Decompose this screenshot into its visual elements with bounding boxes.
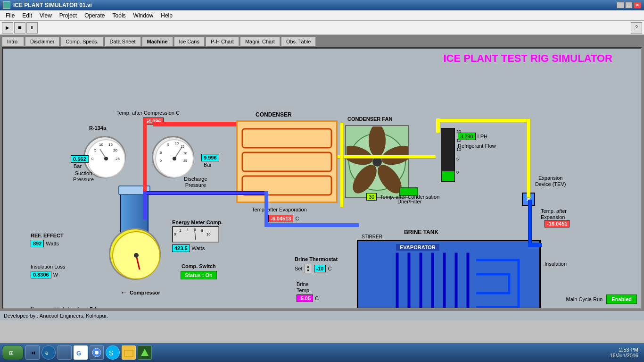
expansion-device-label: ExpansionDevice (TEV) <box>535 175 566 187</box>
tab-ph-chart[interactable]: P-H Chart <box>206 37 239 46</box>
sim-title: ICE PLANT TEST RIG SIMULATOR <box>443 52 612 65</box>
tab-disclaimer[interactable]: Disclaimer <box>25 37 59 46</box>
suction-label-text: SuctionPressure <box>73 170 94 182</box>
clock-date: 16/Jun/2016 <box>610 353 638 358</box>
ref-effect-val: 892 <box>31 240 44 247</box>
start-button[interactable]: ⊞ <box>2 345 24 360</box>
svg-text:2: 2 <box>179 228 181 233</box>
taskbar-app[interactable] <box>138 345 152 360</box>
svg-text:e: e <box>45 350 49 356</box>
comp-switch-status[interactable]: Status : On <box>181 271 217 279</box>
menu-window[interactable]: Window <box>130 11 157 20</box>
yellow-pipe-bottom <box>436 118 440 133</box>
discharge-pressure-value: 9.996 <box>201 155 219 160</box>
taskbar-chrome[interactable] <box>90 345 104 360</box>
svg-text:G: G <box>76 350 81 357</box>
menu-operate[interactable]: Operate <box>81 11 108 20</box>
brine-temp-val: -5.05 <box>297 295 313 302</box>
taskbar-teamviewer[interactable] <box>58 345 72 360</box>
tab-magni-chart[interactable]: Magni. Chart <box>240 37 280 46</box>
menu-file[interactable]: File <box>2 11 18 20</box>
condenser-out-pipe <box>337 155 436 159</box>
svg-text:0: 0 <box>174 232 176 236</box>
svg-point-8 <box>104 157 108 160</box>
svg-marker-55 <box>141 349 149 356</box>
menubar: File Edit View Project Operate Tools Win… <box>0 10 644 21</box>
brine-temp-unit: C <box>315 295 319 301</box>
tab-machine[interactable]: Machine <box>142 37 173 46</box>
comp-switch-label: Comp. Switch <box>181 263 217 269</box>
taskbar-ie[interactable]: e <box>41 345 56 360</box>
insulation-loss-section: Insulation Loss 0.8306 W <box>31 264 65 278</box>
energy-meter-label: Energy Meter Comp. <box>172 219 223 225</box>
window-controls[interactable]: _ □ ✕ <box>617 2 641 8</box>
tab-data-sheet[interactable]: Data Sheet <box>105 37 141 46</box>
tab-ice-cans[interactable]: Ice Cans <box>174 37 205 46</box>
temp-evap-value: -6.04513 C <box>268 215 299 222</box>
taskbar-skype[interactable]: S <box>106 345 120 360</box>
svg-text:20: 20 <box>113 148 117 152</box>
suction-pressure-val: 0.562 <box>71 155 89 163</box>
developed-by: Developed by : Anucool Engineers, Kolhap… <box>4 313 108 319</box>
main-cycle-status[interactable]: Enabled <box>606 295 637 304</box>
taskbar-google[interactable]: G <box>74 345 88 360</box>
svg-point-21 <box>134 253 139 258</box>
brine-thermostat-spinner[interactable]: ▲▼ <box>305 264 312 273</box>
toolbar-stop[interactable]: ⏹ <box>14 22 25 34</box>
brine-tank-box: EVAPORATOR <box>357 240 541 309</box>
svg-text:15: 15 <box>108 143 113 147</box>
blue-pipe-bottom <box>528 200 532 245</box>
brine-thermostat-section: Brine Thermostat Set ▲▼ -10 C <box>295 256 338 273</box>
minimize-button[interactable]: _ <box>617 2 624 8</box>
svg-rect-41 <box>420 253 422 309</box>
toolbar-pause[interactable]: ⏸ <box>26 22 38 34</box>
svg-line-28 <box>195 231 196 240</box>
temp-expansion-value: -16.0451 <box>545 221 570 227</box>
taskbar-media-back[interactable]: ⏮ <box>25 345 40 360</box>
bottom-bar: Developed by : Anucool Engineers, Kolhap… <box>0 311 644 320</box>
yellow-pipe-top <box>436 118 530 122</box>
svg-point-18 <box>173 157 176 160</box>
suction-pressure-label: SuctionPressure <box>73 170 94 183</box>
temp-condensation-val: 30 <box>366 193 377 201</box>
suction-pipe-h <box>264 223 359 227</box>
menu-view[interactable]: View <box>36 11 56 20</box>
svg-text:S: S <box>109 349 113 357</box>
toolbar-help[interactable]: ? <box>631 22 642 34</box>
taskbar: ⊞ ⏮ e G S 2:53 PM 16/Jun/2016 <box>0 343 644 362</box>
suction-pipe-v <box>264 191 268 227</box>
condenser-box <box>236 120 338 203</box>
brine-temp-section: BrineTemp. -5.05 C <box>297 281 319 302</box>
tab-comp-specs[interactable]: Comp. Specs. <box>60 37 103 46</box>
cold-pipe-v-comp <box>143 191 147 219</box>
svg-text:10: 10 <box>175 142 179 145</box>
discharge-label-text: DischargePressure <box>184 176 207 188</box>
flow-label-text: Refrigerant Flow <box>458 143 496 149</box>
brine-thermostat-unit: C <box>328 266 331 271</box>
maximize-button[interactable]: □ <box>625 2 633 8</box>
energy-meter-val: 423.5 <box>172 244 190 252</box>
brine-temp-label: BrineTemp. <box>297 281 319 294</box>
ref-effect-unit: Watts <box>46 241 59 246</box>
flow-val: 3.290 <box>458 133 476 140</box>
svg-text:5: 5 <box>167 143 169 146</box>
refrigerant-flow-section: 20 15 10 5 0 <box>441 128 455 182</box>
temp-after-compression-label: Temp. after Compression C <box>116 110 180 116</box>
tab-obs-table[interactable]: Obs. Table <box>281 37 316 46</box>
menu-project[interactable]: Project <box>56 11 81 20</box>
hot-gas-pipe-v <box>143 118 147 195</box>
tab-intro[interactable]: Intro. <box>2 37 24 46</box>
hot-pipe-horizontal <box>153 122 243 126</box>
brine-thermostat-set-label: Set <box>295 266 303 271</box>
menu-edit[interactable]: Edit <box>18 11 36 20</box>
window-title: ICE PLANT SIMULATOR 01.vi <box>13 2 92 8</box>
close-button[interactable]: ✕ <box>634 2 641 8</box>
suction-pressure-unit: Bar <box>74 163 82 169</box>
info-text: If you want to bring down Brine Temp. qu… <box>31 306 153 309</box>
toolbar-run[interactable]: ▶ <box>2 22 13 34</box>
clock-time: 2:53 PM <box>610 347 638 353</box>
menu-help[interactable]: Help <box>157 11 176 20</box>
menu-tools[interactable]: Tools <box>109 11 130 20</box>
taskbar-folder[interactable] <box>122 345 136 360</box>
energy-meter-section: Energy Meter Comp. 0 2 4 6 8 10 423.5 Wa… <box>172 219 223 252</box>
